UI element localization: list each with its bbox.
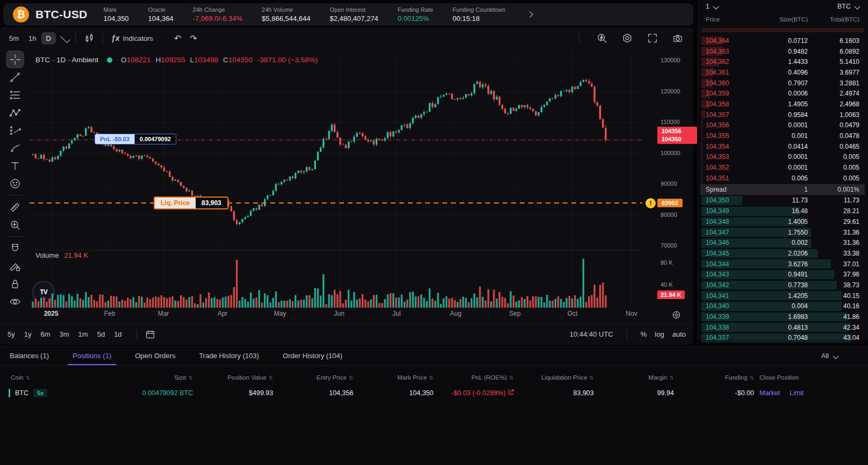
- emoji-tool-icon[interactable]: [6, 175, 24, 192]
- scale-log-button[interactable]: log: [655, 330, 664, 338]
- orderbook-bid-row[interactable]: 104,3411.420540.15: [700, 290, 865, 301]
- orderbook-bid-row[interactable]: 104,3380.481342.34: [700, 322, 865, 333]
- column-header-funding[interactable]: Funding⇅: [677, 374, 757, 381]
- external-link-icon[interactable]: [508, 389, 514, 397]
- crosshair-tool-icon[interactable]: [6, 50, 24, 68]
- liquidation-warning-icon[interactable]: !: [644, 197, 657, 209]
- orderbook-ask-row[interactable]: 104,3610.40963.6977: [700, 67, 865, 78]
- orderbook-bid-row[interactable]: 104,3443.627637.01: [700, 259, 865, 270]
- drawing-lock-tool-icon[interactable]: [6, 257, 24, 275]
- orderbook-ask-row[interactable]: 104,3530.00010.005: [700, 152, 865, 163]
- column-header-margin[interactable]: Margin⇅: [597, 374, 677, 381]
- price-axis[interactable]: 104356 104350 ! 83903 80 K 40 K 21.94 K …: [642, 49, 693, 309]
- range-6m-button[interactable]: 6m: [40, 330, 50, 338]
- column-header-pnl-roe[interactable]: PnL (ROE%)⇅: [437, 374, 517, 381]
- hide-drawings-eye-icon[interactable]: [6, 293, 24, 310]
- tick-grouping-select[interactable]: 1: [706, 3, 718, 10]
- orderbook-ask-row[interactable]: 104,3540.04140.0465: [700, 141, 865, 152]
- range-3m-button[interactable]: 3m: [60, 330, 69, 338]
- trend-line-tool-icon[interactable]: [6, 68, 24, 86]
- orderbook-ask-row[interactable]: 104,3560.00010.0479: [700, 120, 865, 131]
- column-header-mark-price[interactable]: Mark Price⇅: [356, 374, 436, 381]
- indicators-button[interactable]: ƒx Indicators: [109, 34, 156, 42]
- orderbook-bid-row[interactable]: 104,3420.773838.73: [700, 280, 865, 290]
- text-tool-icon[interactable]: [6, 157, 24, 175]
- candlestick-chart[interactable]: [30, 49, 642, 309]
- range-5d-button[interactable]: 5d: [97, 330, 105, 338]
- chart-legend-title[interactable]: BTC · 1D · Ambient: [35, 56, 98, 64]
- orderbook-ask-row[interactable]: 104,3590.00062.4974: [700, 88, 865, 99]
- go-to-date-calendar-icon[interactable]: [142, 329, 158, 339]
- orderbook-bid-row[interactable]: 104,3452.020633.38: [700, 248, 865, 259]
- symbol-title[interactable]: BTC-USD: [35, 8, 88, 21]
- orderbook-ask-row[interactable]: 104,3600.79073.2881: [700, 78, 865, 89]
- orderbook-ask-row[interactable]: 104,3581.49052.4968: [700, 99, 865, 110]
- denomination-select[interactable]: BTC: [837, 3, 859, 10]
- tab-trade-history-103[interactable]: Trade History (103): [198, 347, 260, 365]
- tab-positions-1[interactable]: Positions (1): [71, 347, 112, 365]
- orderbook-bid-row[interactable]: 104,3481.400529.61: [700, 216, 865, 227]
- orderbook-ask-row[interactable]: 104,3621.44335.1410: [700, 56, 865, 67]
- redo-icon[interactable]: ↷: [185, 33, 201, 43]
- close-limit-button[interactable]: Limit: [790, 389, 804, 397]
- column-header-entry-price[interactable]: Entry Price⇅: [276, 374, 356, 381]
- lock-tool-icon[interactable]: [6, 275, 24, 293]
- orderbook-ask-row[interactable]: 104,3630.94826.0892: [700, 46, 865, 57]
- interval-dropdown-icon[interactable]: [60, 33, 70, 43]
- tab-open-orders[interactable]: Open Orders: [134, 347, 176, 365]
- candle-style-icon[interactable]: [81, 33, 97, 43]
- interval-1d-button[interactable]: D: [41, 32, 56, 45]
- orderbook-ask-row[interactable]: 104,3510.0050.005: [700, 173, 865, 184]
- column-header-liquidation-price[interactable]: Liquidation Price⇅: [517, 374, 597, 381]
- interval-1h-button[interactable]: 1h: [24, 32, 41, 45]
- forecast-tool-icon[interactable]: [6, 121, 24, 139]
- close-market-button[interactable]: Market: [759, 389, 780, 397]
- chevron-right-icon[interactable]: [527, 11, 533, 17]
- orderbook-bid-row[interactable]: 104,3460.00231.36: [700, 237, 865, 248]
- orderbook-ask-row[interactable]: 104,3570.95841.0063: [700, 110, 865, 120]
- range-1m-button[interactable]: 1m: [78, 330, 88, 338]
- ohlc-change: -3871.00 (−3.58%): [257, 56, 318, 64]
- snapshot-camera-icon[interactable]: [670, 33, 686, 43]
- liquidation-price-flag[interactable]: Liq. Price 83,903: [154, 197, 228, 209]
- orderbook-ask-row[interactable]: 104,3550.0010.0478: [700, 130, 865, 141]
- orderbook-ask-row[interactable]: 104,3520.00010.005: [700, 162, 865, 173]
- column-header-size[interactable]: Size⇅: [116, 374, 196, 381]
- axis-settings-icon[interactable]: [672, 310, 681, 322]
- horizontal-lines-tool-icon[interactable]: [6, 86, 24, 104]
- zoom-in-tool-icon[interactable]: [6, 216, 24, 234]
- orderbook-bid-row[interactable]: 104,3400.00440.16: [700, 301, 865, 312]
- magnet-tool-icon[interactable]: [6, 239, 24, 257]
- fullscreen-icon[interactable]: [644, 33, 661, 43]
- orderbook-bid-row[interactable]: 104,3370.704843.04: [700, 333, 865, 344]
- chart-clock[interactable]: 10:44:40 UTC: [570, 330, 613, 338]
- filter-all-select[interactable]: All: [821, 352, 838, 360]
- range-1y-button[interactable]: 1y: [24, 330, 32, 338]
- orderbook-ask-row[interactable]: 104,3640.07126.1603: [700, 35, 865, 46]
- column-header-coin[interactable]: Coin⇅: [9, 374, 116, 381]
- ruler-tool-icon[interactable]: [6, 198, 24, 216]
- scale-%-button[interactable]: %: [641, 330, 647, 338]
- orderbook-bid-row[interactable]: 104,35011.7311.73: [700, 195, 865, 206]
- column-header-position-value[interactable]: Position Value⇅: [196, 374, 276, 381]
- range-1d-button[interactable]: 1d: [114, 330, 121, 338]
- time-axis-label: Apr: [207, 310, 238, 317]
- brush-tool-icon[interactable]: [6, 139, 24, 157]
- scale-auto-button[interactable]: auto: [672, 330, 686, 338]
- interval-5m-button[interactable]: 5m: [4, 32, 24, 45]
- undo-icon[interactable]: ↶: [170, 33, 185, 43]
- tab-balances-1[interactable]: Balances (1): [9, 347, 50, 365]
- time-axis[interactable]: 2025FebMarAprMayJunJulAugSepOctNov: [30, 310, 642, 323]
- leverage-badge[interactable]: 5x: [33, 389, 47, 397]
- chart-settings-icon[interactable]: [619, 33, 635, 43]
- orderbook-bid-row[interactable]: 104,34916.4828.21: [700, 206, 865, 216]
- quick-search-icon[interactable]: [594, 33, 610, 43]
- orderbook-bid-row[interactable]: 104,3391.698341.86: [700, 311, 865, 322]
- stat-oracle: Oracle 104,364: [148, 6, 174, 23]
- orderbook-bid-row[interactable]: 104,3430.949137.96: [700, 269, 865, 280]
- pnl-position-flag[interactable]: PnL -$0.03 0.00479092: [95, 134, 176, 144]
- xabcd-pattern-tool-icon[interactable]: [6, 104, 24, 121]
- range-5y-button[interactable]: 5y: [8, 330, 15, 338]
- tab-order-history-104[interactable]: Order History (104): [282, 347, 343, 365]
- orderbook-bid-row[interactable]: 104,3471.755031.36: [700, 227, 865, 238]
